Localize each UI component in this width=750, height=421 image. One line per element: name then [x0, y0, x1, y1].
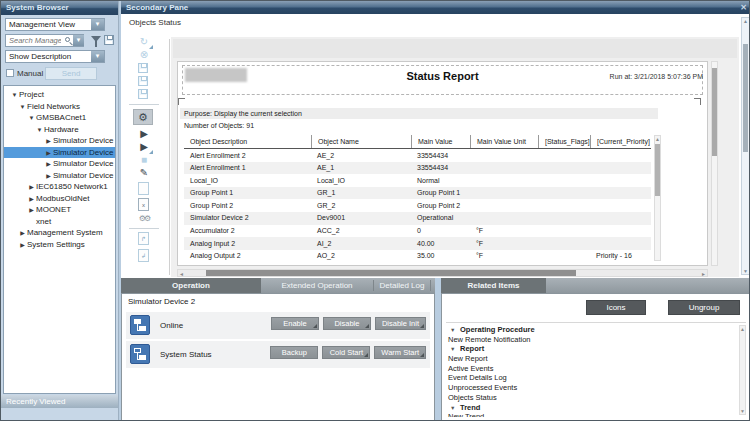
scroll-down-icon[interactable]: ▼	[740, 408, 745, 414]
table-row[interactable]: Alert Enrollment 2AE_233554434	[184, 149, 651, 162]
expander-icon[interactable]: ▶	[18, 240, 27, 252]
group-operating-procedure[interactable]: ▼Operating Procedure	[446, 325, 736, 335]
view-dropdown[interactable]: Management View ▼	[5, 18, 105, 31]
backup-button[interactable]: Backup	[270, 346, 318, 359]
scroll-down-icon[interactable]: ▼	[742, 268, 749, 274]
column-header[interactable]: [Status_Flags]	[538, 135, 590, 148]
tree-item-gmsbacnet1[interactable]: ▼GMSBACnet1	[4, 112, 115, 124]
expander-icon[interactable]: ▶	[27, 182, 36, 194]
expander-icon[interactable]: ▼	[18, 102, 27, 114]
tree-item-simulator-device-2[interactable]: ▶Simulator Device 2	[4, 147, 115, 159]
close-icon[interactable]: ✕	[740, 3, 747, 12]
tab-extended-operation[interactable]: Extended Operation	[261, 278, 373, 293]
expander-icon[interactable]: ▶	[44, 136, 53, 148]
manual-checkbox[interactable]	[6, 69, 14, 77]
expander-icon[interactable]: ▶	[18, 228, 27, 240]
table-row[interactable]: Analog Output 2AO_235.00°FPriority - 16	[184, 250, 651, 263]
table-row[interactable]: Analog Input 2AI_240.00°F	[184, 237, 651, 250]
expander-icon[interactable]: ▼	[35, 125, 44, 137]
table-row[interactable]: Alert Enrollment 1AE_133554434	[184, 162, 651, 175]
enable-button[interactable]: Enable	[271, 317, 319, 330]
pane-vertical-scrollbar[interactable]: ▲ ▼	[741, 17, 750, 275]
expander-icon[interactable]: ▼	[27, 113, 36, 125]
tab-related-items[interactable]: Related Items	[441, 278, 546, 293]
group-report[interactable]: ▼Report	[446, 344, 736, 354]
chevron-down-icon[interactable]: ▼	[91, 19, 104, 30]
play-icon[interactable]: ▶	[135, 128, 153, 141]
table-row[interactable]: Local_IOLocal_IONormal	[184, 174, 651, 187]
tree-item-xnet[interactable]: xnet	[4, 216, 115, 228]
cancel-icon[interactable]: ⊗	[135, 49, 153, 62]
viewer-horizontal-scrollbar[interactable]: ◄ ►	[177, 269, 708, 277]
tree-item-simulator-device-1[interactable]: ▶Simulator Device 1	[4, 135, 115, 147]
save-search-icon[interactable]	[104, 35, 114, 45]
recently-viewed-bar[interactable]: Recently Viewed	[1, 395, 118, 408]
group-trend[interactable]: ▼Trend	[446, 403, 736, 413]
expander-icon[interactable]: ▶	[27, 205, 36, 217]
filter-icon[interactable]	[91, 36, 101, 42]
search-options-chevron-icon[interactable]: ▼	[73, 35, 84, 46]
column-header[interactable]: [Current_Priority]	[590, 135, 651, 148]
list-item-unprocessed-events[interactable]: Unprocessed Events	[446, 383, 736, 393]
tree-item-simulator-device-50[interactable]: ▶Simulator Device 50	[4, 158, 115, 170]
scroll-up-icon[interactable]: ▲	[655, 136, 660, 142]
column-header[interactable]: Object Description	[184, 135, 311, 148]
tree-item-modbusoldnet[interactable]: ▶ModbusOldNet	[4, 193, 115, 205]
table-row[interactable]: Simulator Device 2Dev9001Operational	[184, 212, 651, 225]
viewer-vertical-scrollbar[interactable]	[711, 61, 718, 266]
tree-item-simulator-device-100[interactable]: ▶Simulator Device 100	[4, 170, 115, 182]
list-item-new-remote-notification[interactable]: New Remote Notification	[446, 335, 736, 345]
system-browser-bar[interactable]: System Browser	[1, 1, 118, 15]
tree-item-iec61850-network1[interactable]: ▶IEC61850 Network1	[4, 181, 115, 193]
list-item-active-events[interactable]: Active Events	[446, 364, 736, 374]
expander-icon[interactable]: ▶	[44, 159, 53, 171]
ungroup-button[interactable]: Ungroup	[668, 300, 740, 315]
scroll-up-icon[interactable]: ▲	[740, 326, 745, 332]
scrollbar-thumb[interactable]	[655, 144, 660, 196]
tab-operation[interactable]: Operation	[121, 278, 261, 293]
column-header[interactable]: Object Name	[311, 135, 411, 148]
edit-icon[interactable]: ✎	[135, 167, 153, 180]
tree-item-field-networks[interactable]: ▼Field Networks	[4, 101, 115, 113]
stop-icon[interactable]: ■	[135, 154, 153, 167]
tree-item-management-system[interactable]: ▶Management System	[4, 227, 115, 239]
table-row[interactable]: Group Point 1GR_1Group Point 1	[184, 187, 651, 200]
table-row[interactable]: Group Point 2GR_2Group Point 2	[184, 199, 651, 212]
list-item-objects-status[interactable]: Objects Status	[446, 393, 736, 403]
list-item-new-report[interactable]: New Report	[446, 354, 736, 364]
chevron-down-icon[interactable]: ▼	[91, 51, 104, 62]
import-file-icon[interactable]: ↲	[138, 249, 149, 262]
send-button[interactable]: Send	[45, 67, 97, 80]
icons-button[interactable]: Icons	[586, 300, 646, 315]
description-dropdown[interactable]: Show Description ▼	[5, 50, 105, 63]
scroll-up-icon[interactable]: ▲	[742, 18, 749, 24]
save-all-icon[interactable]	[138, 89, 148, 99]
tab-objects-status[interactable]: Objects Status	[129, 18, 181, 27]
manage-gears-icon[interactable]: ⚙⚙	[135, 213, 153, 226]
warm-start-button[interactable]: Warm Start	[374, 346, 426, 359]
settings-icon[interactable]: ⚙	[133, 109, 153, 125]
tree-item-project[interactable]: ▼Project	[4, 89, 115, 101]
column-header[interactable]: Main Value Unit	[470, 135, 538, 148]
tree-item-hardware[interactable]: ▼Hardware	[4, 124, 115, 136]
tab-detailed-log[interactable]: Detailed Log	[374, 278, 430, 293]
tree-item-system-settings[interactable]: ▶System Settings	[4, 239, 115, 251]
save-as-icon[interactable]	[138, 76, 148, 86]
tree-item-moonet[interactable]: ▶MOONET	[4, 204, 115, 216]
column-header[interactable]: Main Value	[411, 135, 470, 148]
list-item-event-details-log[interactable]: Event Details Log	[446, 373, 736, 383]
scroll-left-icon[interactable]: ◄	[179, 271, 184, 277]
cold-start-button[interactable]: Cold Start	[322, 346, 370, 359]
expander-icon[interactable]: ▼	[10, 90, 19, 102]
scrollbar-thumb[interactable]	[743, 44, 748, 152]
table-row[interactable]: Accumulator 2ACC_20°F	[184, 225, 651, 238]
scroll-right-icon[interactable]: ►	[701, 271, 706, 277]
disable-button[interactable]: Disable	[323, 317, 371, 330]
related-items-scrollbar[interactable]: ▲ ▼	[739, 325, 746, 415]
scrollbar-thumb[interactable]	[712, 68, 717, 156]
scrollbar-thumb[interactable]	[206, 270, 576, 276]
table-scrollbar[interactable]: ▲	[654, 135, 661, 261]
disable-init-button[interactable]: Disable Init	[375, 317, 426, 330]
list-item-new-trend[interactable]: New Trend	[446, 412, 736, 417]
export-file-icon[interactable]: ↱	[138, 232, 149, 245]
